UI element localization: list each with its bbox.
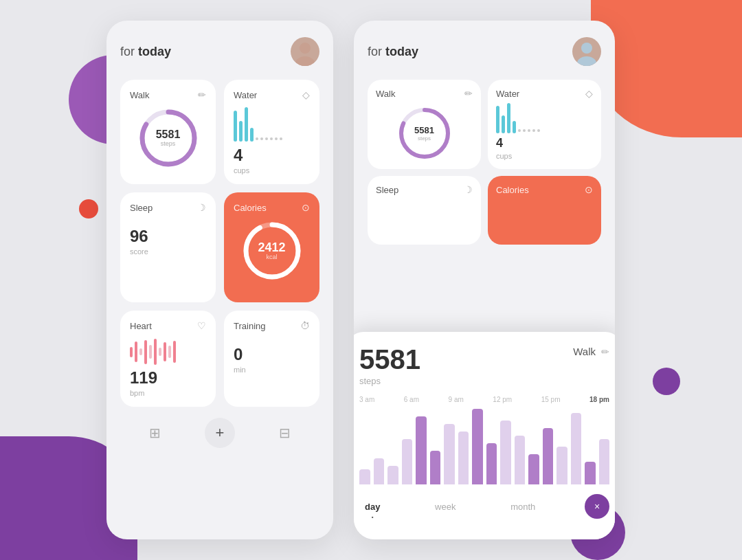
s2-avatar[interactable] bbox=[572, 37, 601, 66]
calories-icon: ⊙ bbox=[302, 202, 310, 213]
detail-value: 5581 bbox=[359, 346, 420, 373]
heart-unit: bpm bbox=[130, 389, 206, 397]
chart-bar-11 bbox=[515, 436, 526, 485]
close-button[interactable]: × bbox=[585, 494, 609, 519]
bg-red-dot bbox=[79, 199, 98, 219]
hb3 bbox=[139, 348, 142, 355]
walk-title: Walk bbox=[130, 90, 149, 100]
s2-walk-circle: 5581 steps bbox=[397, 106, 452, 161]
svg-point-1 bbox=[295, 56, 315, 66]
heart-card[interactable]: Heart ♡ 119 bpm bbox=[120, 311, 216, 407]
chart-bar-4 bbox=[416, 416, 427, 484]
water-bar-4 bbox=[250, 128, 254, 142]
s2-header-bold: today bbox=[385, 45, 418, 58]
header-bold: today bbox=[138, 45, 171, 58]
screen2-header: for today bbox=[368, 37, 601, 66]
walk-value: 5581 bbox=[156, 129, 181, 140]
s2-calories-title: Calories bbox=[496, 185, 529, 195]
screens-container: for today Walk ✏ 55 bbox=[106, 21, 615, 539]
bottom-nav: ⊞ + ⊟ bbox=[120, 418, 319, 448]
s2-header-title: for today bbox=[368, 45, 418, 59]
water-dot-4 bbox=[270, 137, 273, 140]
header-pre: for bbox=[120, 45, 135, 58]
water-dot-2 bbox=[260, 137, 263, 140]
calories-value: 2412 bbox=[258, 241, 285, 254]
chart-bar-1 bbox=[374, 458, 385, 485]
training-value: 0 bbox=[234, 345, 310, 364]
s2-water-bars bbox=[496, 106, 593, 133]
chart-bar-15 bbox=[571, 413, 582, 485]
water-bars bbox=[234, 107, 310, 142]
chart-bar-12 bbox=[528, 454, 539, 484]
heart-bars bbox=[130, 338, 206, 366]
detail-edit-icon: ✏ bbox=[601, 346, 609, 357]
heart-title: Heart bbox=[130, 321, 152, 331]
s2-water-unit: cups bbox=[496, 152, 593, 160]
water-card[interactable]: Water ◇ 4 cups bbox=[224, 80, 319, 184]
bg-purple-dot-right bbox=[653, 368, 680, 395]
detail-popup: 5581 steps Walk ✏ 3 am 6 am 9 am 12 pm 1… bbox=[354, 332, 615, 539]
heart-value: 119 bbox=[130, 368, 206, 388]
s2-calories-icon: ⊙ bbox=[585, 184, 593, 195]
chart-bar-16 bbox=[585, 462, 596, 484]
hb8 bbox=[164, 342, 166, 361]
chart-bar-13 bbox=[543, 428, 554, 485]
heart-icon: ♡ bbox=[197, 320, 206, 331]
bar-chart bbox=[359, 409, 609, 484]
edit-icon: ✏ bbox=[198, 89, 206, 100]
screen1-header: for today bbox=[120, 37, 319, 66]
tab-week[interactable]: week bbox=[429, 499, 461, 515]
screen2: for today Walk ✏ 55 bbox=[354, 21, 615, 539]
chart-bar-14 bbox=[556, 447, 567, 484]
s2-walk-value: 5581 bbox=[414, 125, 434, 135]
detail-label: Walk bbox=[573, 346, 596, 357]
water-dot-3 bbox=[265, 137, 268, 140]
calories-card[interactable]: Calories ⊙ 2412 kcal bbox=[224, 192, 319, 302]
grid-nav-icon[interactable]: ⊞ bbox=[149, 425, 161, 441]
sleep-unit: score bbox=[130, 247, 206, 256]
svg-point-7 bbox=[577, 56, 596, 66]
add-button[interactable]: + bbox=[205, 418, 235, 448]
avatar[interactable] bbox=[291, 37, 319, 66]
header-title: for today bbox=[120, 45, 171, 59]
tab-day[interactable]: day bbox=[359, 499, 385, 515]
walk-card[interactable]: Walk ✏ 5581 steps bbox=[120, 80, 216, 184]
chart-bar-0 bbox=[359, 469, 370, 484]
s2-sleep-title: Sleep bbox=[376, 185, 398, 195]
s2-water-card[interactable]: Water ◇ 4 cups bbox=[488, 80, 601, 169]
chart-bar-8 bbox=[472, 409, 483, 484]
dumbbell-nav-icon[interactable]: ⊟ bbox=[279, 425, 291, 441]
s2-water-title: Water bbox=[496, 89, 519, 99]
time-9am: 9 am bbox=[449, 396, 464, 403]
s2-walk-title: Walk bbox=[376, 89, 395, 99]
water-unit: cups bbox=[234, 166, 310, 175]
s2-walk-unit: steps bbox=[414, 135, 434, 142]
s2-edit-icon: ✏ bbox=[464, 88, 473, 99]
water-dot-5 bbox=[275, 137, 278, 140]
water-title: Water bbox=[234, 90, 257, 100]
training-card[interactable]: Training ⏱ 0 min bbox=[224, 311, 319, 407]
walk-circle: 5581 steps bbox=[137, 107, 199, 169]
s2-cards-grid: Walk ✏ 5581 steps Water bbox=[368, 80, 601, 245]
sleep-card[interactable]: Sleep ☽ 96 score bbox=[120, 192, 216, 302]
time-12pm: 12 pm bbox=[493, 396, 512, 403]
chart-bar-5 bbox=[430, 451, 441, 485]
s2-header-pre: for bbox=[368, 45, 382, 58]
s2-calories-card[interactable]: Calories ⊙ bbox=[488, 176, 601, 245]
hb9 bbox=[168, 346, 171, 358]
cal-circle: 2412 kcal bbox=[241, 220, 303, 282]
s2-sleep-card[interactable]: Sleep ☽ bbox=[368, 176, 481, 245]
calories-unit: kcal bbox=[258, 254, 285, 260]
water-bar-3 bbox=[245, 107, 248, 142]
time-15pm: 15 pm bbox=[541, 396, 561, 403]
s2-walk-card[interactable]: Walk ✏ 5581 steps bbox=[368, 80, 481, 169]
training-unit: min bbox=[234, 366, 310, 374]
hb7 bbox=[159, 348, 161, 356]
sleep-title: Sleep bbox=[130, 203, 153, 213]
s2-water-value: 4 bbox=[496, 136, 593, 150]
hb10 bbox=[173, 341, 176, 363]
tab-month[interactable]: month bbox=[505, 499, 541, 515]
chart-bar-17 bbox=[599, 439, 610, 484]
hb5 bbox=[149, 345, 152, 359]
training-icon: ⏱ bbox=[300, 320, 310, 331]
